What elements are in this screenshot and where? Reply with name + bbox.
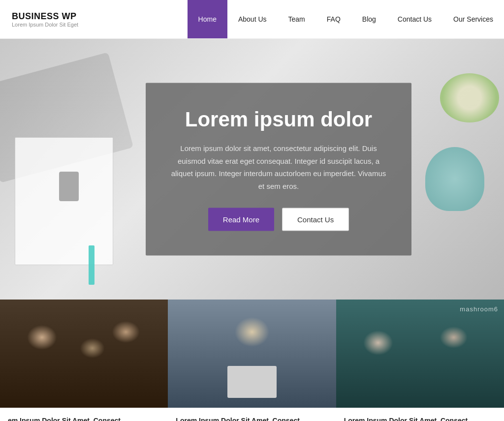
card-2-image — [168, 300, 336, 408]
card-3: mashroom6 Lorem Ipsum Dolor Sit Amet, Co… — [336, 300, 504, 421]
desk-flower-decoration — [440, 73, 499, 122]
card-1-text: em Ipsum Dolor Sit Amet, Consect Adipisi… — [0, 408, 168, 421]
card-3-title: Lorem Ipsum Dolor Sit Amet, Consect Adip… — [344, 416, 496, 421]
hero-buttons: Read More Contact Us — [170, 208, 387, 231]
nav-item-home[interactable]: Home — [188, 0, 227, 38]
nav-item-contact[interactable]: Contact Us — [387, 0, 442, 38]
nav-item-faq[interactable]: FAQ — [316, 0, 351, 38]
desk-pencil-decoration — [89, 245, 94, 285]
card-1-image — [0, 300, 168, 408]
card-3-image: mashroom6 — [336, 300, 504, 408]
card-2-text: Lorem Ipsum Dolor Sit Amet, Consect Adip… — [168, 408, 336, 421]
hero-title: Lorem ipsum dolor — [170, 108, 387, 131]
contact-us-button[interactable]: Contact Us — [282, 208, 349, 231]
main-nav: Home About Us Team FAQ Blog Contact Us O… — [188, 0, 504, 38]
desk-teapot-decoration — [425, 147, 484, 211]
header: BUSINESS WP Lorem Ipsum Dolor Sit Eget H… — [0, 0, 504, 39]
card-1-title: em Ipsum Dolor Sit Amet, Consect Adipisi… — [8, 416, 160, 421]
hero-description: Lorem ipsum dolor sit amet, consectetur … — [170, 142, 387, 192]
card-3-brand-overlay: mashroom6 — [460, 305, 498, 313]
cards-section: em Ipsum Dolor Sit Amet, Consect Adipisi… — [0, 300, 504, 421]
desk-clip-decoration — [59, 172, 79, 201]
brand-name: BUSINESS WP — [12, 11, 96, 22]
logo-area: BUSINESS WP Lorem Ipsum Dolor Sit Eget — [0, 11, 108, 28]
hero-section: Lorem ipsum dolor Lorem ipsum dolor sit … — [0, 39, 504, 300]
nav-item-team[interactable]: Team — [278, 0, 316, 38]
nav-item-about[interactable]: About Us — [227, 0, 278, 38]
card-2-title: Lorem Ipsum Dolor Sit Amet, Consect Adip… — [176, 416, 328, 421]
brand-tagline: Lorem Ipsum Dolor Sit Eget — [12, 22, 96, 28]
card-1: em Ipsum Dolor Sit Amet, Consect Adipisi… — [0, 300, 168, 421]
nav-item-services[interactable]: Our Services — [442, 0, 504, 38]
read-more-button[interactable]: Read More — [208, 208, 274, 231]
card-2: Lorem Ipsum Dolor Sit Amet, Consect Adip… — [168, 300, 336, 421]
desk-notebook-decoration — [15, 137, 113, 265]
card-3-text: Lorem Ipsum Dolor Sit Amet, Consect Adip… — [336, 408, 504, 421]
hero-overlay: Lorem ipsum dolor Lorem ipsum dolor sit … — [146, 83, 411, 256]
nav-item-blog[interactable]: Blog — [351, 0, 387, 38]
